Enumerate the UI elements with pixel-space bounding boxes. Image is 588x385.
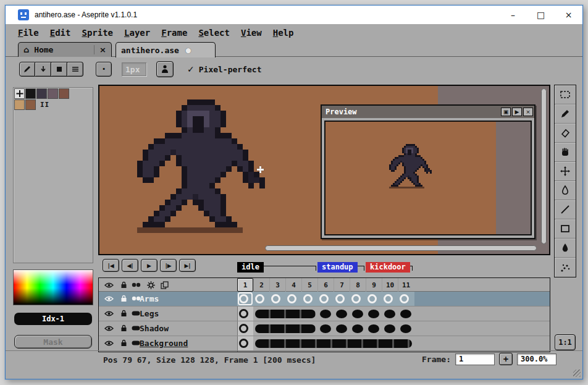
palette-swatch[interactable] [14, 99, 25, 110]
cel-dot[interactable] [384, 310, 395, 318]
minimize-button[interactable]: – [499, 6, 527, 24]
layer-row-legs[interactable]: Legs [99, 307, 550, 321]
brush-size-field[interactable]: 1px [122, 62, 146, 76]
line-tool[interactable] [555, 200, 576, 219]
preview-close-button[interactable]: × [523, 108, 533, 116]
cel-ring[interactable] [303, 294, 313, 303]
preview-title-bar[interactable]: Preview ▣▶× [322, 106, 534, 118]
rectangle-tool[interactable] [555, 219, 576, 239]
tag-standup[interactable]: standup [317, 260, 366, 273]
onion-skin-icon[interactable] [159, 281, 169, 289]
menu-file[interactable]: File [18, 27, 44, 39]
cel-dot[interactable] [400, 310, 411, 318]
cel-ring[interactable] [239, 324, 248, 333]
cel-ring[interactable] [384, 294, 393, 303]
linked-cels-bar[interactable] [255, 339, 412, 348]
pencil-tool[interactable] [555, 104, 576, 124]
palette-swatch[interactable] [25, 99, 36, 110]
cel-ring[interactable] [335, 294, 345, 303]
frame-header-3[interactable]: 3 [269, 278, 285, 292]
menu-view[interactable]: View [241, 27, 267, 39]
preview-options-button[interactable]: ▣ [501, 108, 511, 116]
cel-dot[interactable] [336, 324, 347, 333]
cel-dot[interactable] [336, 310, 347, 318]
resize-grip[interactable] [573, 370, 581, 377]
move-tool[interactable] [555, 162, 576, 181]
blur-tool[interactable] [555, 239, 576, 258]
first-frame-button[interactable]: |◀ [103, 259, 119, 272]
mask-button[interactable]: Mask [14, 335, 92, 349]
canvas-horizontal-scrollbar[interactable] [265, 245, 537, 251]
eraser-tool[interactable] [555, 124, 576, 143]
cel-dot[interactable] [368, 324, 379, 333]
zoom-1-1-button[interactable]: 1:1 [555, 334, 576, 350]
canvas-vertical-scrollbar[interactable] [541, 88, 547, 244]
brush-preview-button[interactable] [156, 61, 174, 77]
visibility-all-icon[interactable] [104, 281, 114, 289]
menu-help[interactable]: Help [273, 27, 300, 39]
jumble-tool[interactable] [555, 258, 576, 277]
tab-home-close-icon[interactable]: × [94, 45, 106, 54]
frame-number-input[interactable]: 1 [455, 353, 495, 365]
timeline-settings-gear-icon[interactable] [146, 281, 156, 289]
layer-row-shadow[interactable]: Shadow [99, 321, 550, 336]
cel-dot[interactable] [384, 324, 395, 333]
prev-frame-button[interactable]: ◀| [122, 259, 138, 272]
layer-visibility-icon[interactable] [104, 310, 114, 317]
layer-row-arms[interactable]: Arms [99, 292, 550, 307]
frame-header-2[interactable]: 2 [253, 278, 269, 292]
layer-lock-icon[interactable] [119, 295, 128, 302]
cel-dot[interactable] [400, 324, 411, 333]
continuous-all-icon[interactable] [131, 281, 141, 289]
play-button[interactable]: ▶ [141, 259, 158, 272]
frame-header-1[interactable]: 1 [237, 278, 253, 292]
tag-kickdoor[interactable]: kickdoor [366, 260, 414, 273]
last-frame-button[interactable]: ▶| [179, 259, 196, 272]
frame-header-6[interactable]: 6 [317, 278, 334, 292]
menu-select[interactable]: Select [198, 27, 235, 39]
cel-ring[interactable] [239, 339, 248, 348]
cel-ring[interactable] [239, 309, 248, 318]
palette-swatch[interactable] [36, 88, 47, 99]
cel-ring[interactable] [368, 294, 377, 303]
layer-visibility-icon[interactable] [104, 339, 114, 347]
frame-header-7[interactable]: 7 [334, 278, 350, 292]
layer-lock-icon[interactable] [119, 339, 128, 347]
palette-swatch[interactable] [14, 88, 25, 99]
arrow-down-icon-button[interactable] [35, 62, 51, 77]
cel-dot[interactable] [320, 310, 331, 318]
layer-cells[interactable] [237, 292, 414, 306]
square-icon-button[interactable] [51, 62, 67, 77]
cel-ring[interactable] [351, 294, 361, 303]
cel-dot[interactable] [352, 324, 363, 333]
menu-edit[interactable]: Edit [50, 27, 77, 39]
hand-tool[interactable] [555, 143, 576, 162]
pencil-icon-button[interactable] [19, 62, 35, 77]
menu-lines-icon-button[interactable] [67, 62, 83, 77]
frame-header-8[interactable]: 8 [350, 278, 366, 292]
layer-lock-icon[interactable] [119, 310, 128, 317]
linked-cels-bar[interactable] [255, 310, 316, 318]
frame-header-10[interactable]: 10 [382, 278, 398, 292]
tab-antihero[interactable]: antihero.ase ● [116, 42, 216, 57]
frame-header-5[interactable]: 5 [301, 278, 317, 292]
brush-dot-button[interactable]: · [96, 62, 112, 77]
layer-lock-icon[interactable] [119, 324, 128, 332]
sprite-canvas[interactable]: Preview ▣▶× [98, 85, 550, 255]
next-frame-button[interactable]: |▶ [160, 259, 177, 272]
cel-dot[interactable] [352, 310, 363, 318]
palette-swatch[interactable] [25, 88, 36, 99]
menu-layer[interactable]: Layer [124, 27, 156, 39]
tab-home[interactable]: ⌂ Home × [18, 42, 112, 57]
add-frame-button[interactable]: + [499, 353, 513, 365]
frame-header-4[interactable]: 4 [285, 278, 301, 292]
frame-header-9[interactable]: 9 [366, 278, 382, 292]
cel-ring[interactable] [400, 294, 409, 303]
menu-sprite[interactable]: Sprite [82, 27, 119, 39]
close-button[interactable]: × [555, 6, 582, 24]
layer-cells[interactable] [237, 336, 414, 350]
palette-swatch[interactable] [48, 88, 58, 99]
lock-all-icon[interactable] [119, 281, 128, 289]
cel-ring[interactable] [287, 294, 296, 303]
paint-bucket-tool[interactable] [555, 181, 576, 200]
